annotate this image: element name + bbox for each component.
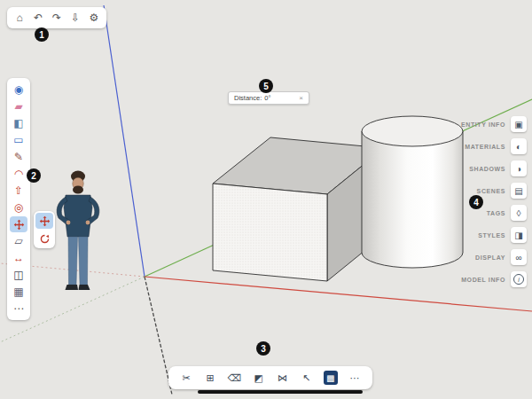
tags-label: TAGS [487,210,505,216]
hourglass-button[interactable]: ⋈ [276,371,290,385]
panel-model-info[interactable]: MODEL INFO i [461,271,527,287]
tool-line[interactable]: ✎ [10,149,27,165]
bottom-toolbar: ✂ ⊞ ⌫ ◩ ⋈ ↖ ▩ ⋯ [168,366,372,389]
tool-move[interactable] [10,216,27,232]
section-plane-icon: ◫ [13,270,23,280]
move-tool-flyout [34,211,55,248]
figure-left-hand [66,221,71,225]
move-icon [39,215,51,227]
redo-button[interactable]: ↷ [49,10,65,26]
flyout-rotate-tool[interactable] [35,231,53,246]
entity-info-label: ENTITY INFO [461,121,505,128]
tool-shapes[interactable]: ▭ [10,132,27,148]
model-info-label: MODEL INFO [461,277,505,283]
materials-label: MATERIALS [465,144,505,150]
panel-entity-info[interactable]: ENTITY INFO ▣ [461,116,527,132]
blue-axis [104,5,145,277]
undo-button[interactable]: ↶ [30,10,46,26]
bottom-scrollbar[interactable] [198,390,363,394]
display-icon: ∞ [515,253,521,262]
pattern-icon: ▩ [326,373,334,383]
display-label: DISPLAY [475,254,505,261]
rectangle-icon: ▭ [13,135,23,145]
tape-measure-icon: ▱ [14,236,22,246]
figure-right-leg [79,237,89,285]
home-icon: ⌂ [16,12,22,24]
orbit-icon: ◉ [14,84,23,95]
offset-icon: ◎ [14,202,23,213]
callout-badge-2: 2 [27,168,41,183]
undo-icon: ↶ [34,12,43,24]
move-icon [13,219,25,231]
cylinder[interactable] [362,116,463,268]
figure-shirt [64,195,92,237]
left-toolbar: ◉ ▰ ◧ ▭ ✎ ◠ ⇧ ◎ ▱ ↔ ◫ ▦ ⋯ [7,78,30,320]
delete-button[interactable]: ⌫ [227,371,241,385]
rotate-icon [39,233,51,245]
tool-orbit[interactable]: ◉ [10,82,27,98]
shadows-icon: ◑ [516,164,521,174]
panel-shadows[interactable]: SHADOWS ◑ [469,160,527,176]
flip-tool-button[interactable]: ◩ [251,371,265,385]
callout-badge-1: 1 [35,27,49,42]
trash-icon: ⌫ [228,372,242,384]
tool-paint-bucket[interactable]: ◧ [10,115,27,131]
styles-icon: ◨ [514,231,522,240]
tool-section-plane[interactable]: ◫ [10,267,27,283]
figure-right-hand [86,221,90,225]
panel-display[interactable]: DISPLAY ∞ [475,249,527,265]
tool-image[interactable]: ▦ [10,284,27,300]
knife-tool-button[interactable]: ✂ [179,371,193,385]
figure-left-leg [68,237,78,285]
paint-bucket-icon: ◧ [13,118,23,129]
settings-button[interactable]: ⚙ [86,10,102,26]
arc-icon: ◠ [14,168,23,179]
more-options-button[interactable]: ⋯ [348,371,362,385]
cylinder-body[interactable] [362,131,463,268]
hourglass-icon: ⋈ [278,372,287,384]
scale-figure[interactable] [57,171,99,291]
export-button[interactable]: ⇩ [67,10,83,26]
callout-badge-5: 5 [259,79,273,93]
entity-info-icon: ▣ [514,120,522,129]
callout-badge-4: 4 [469,195,483,209]
box-front-face[interactable] [213,184,327,281]
panel-scenes[interactable]: SCENES ▤ [477,183,527,199]
knife-icon: ✂ [182,372,190,384]
figure-left-shoe [66,285,79,290]
box[interactable] [213,137,384,281]
eraser-icon: ▰ [14,101,22,112]
tool-more[interactable]: ⋯ [10,301,27,317]
measurement-close-icon[interactable]: × [299,95,303,102]
flyout-move-tool[interactable] [35,213,53,229]
measurement-label: Distance: [234,94,262,102]
pattern-swatch-button[interactable]: ▩ [324,371,338,385]
select-cursor-button[interactable]: ↖ [300,371,314,385]
measurement-value: Distance: 0° [234,94,270,102]
image-icon: ▦ [13,286,23,297]
measurement-number: 0° [264,94,270,102]
figure-beard [73,186,83,194]
measurement-box[interactable]: Distance: 0° × [228,91,309,105]
flip-icon: ◩ [254,372,262,384]
cylinder-top-face[interactable] [362,116,463,146]
home-button[interactable]: ⌂ [12,10,27,26]
panel-tags[interactable]: TAGS ◊ [487,205,527,221]
tool-offset[interactable]: ◎ [10,200,27,215]
tool-tape-measure[interactable]: ▱ [10,233,27,249]
copy-icon: ⊞ [207,372,215,384]
tool-dimension[interactable]: ↔ [10,250,27,266]
top-toolbar: ⌂ ↶ ↷ ⇩ ⚙ [7,7,106,28]
tool-eraser[interactable]: ▰ [10,98,27,114]
copy-button[interactable]: ⊞ [203,371,217,385]
tool-arc[interactable]: ◠ [10,166,27,182]
callout-badge-3: 3 [256,341,270,356]
panel-materials[interactable]: MATERIALS ◐ [465,138,527,154]
panel-styles[interactable]: STYLES ◨ [478,227,527,243]
viewport[interactable] [0,0,532,399]
cursor-icon: ↖ [302,372,310,384]
model-info-icon: i [513,274,524,285]
tool-pushpull[interactable]: ⇧ [10,183,27,199]
scenes-label: SCENES [477,188,505,194]
figure-right-shoe [79,285,90,290]
